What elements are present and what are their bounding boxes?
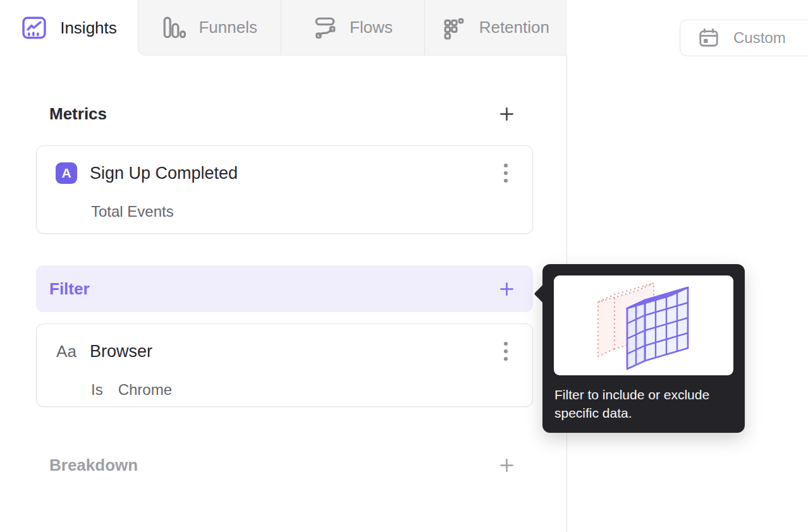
report-type-tabbar: Insights Funnels — [0, 0, 567, 56]
kebab-icon — [503, 341, 509, 362]
filter-card[interactable]: Aa Browser Is Chrome — [36, 323, 533, 407]
filter-property-name: Browser — [90, 342, 152, 361]
metric-card-menu-button[interactable] — [494, 162, 517, 184]
tab-retention[interactable]: Retention — [424, 0, 567, 55]
plus-icon — [498, 457, 515, 474]
metric-card-title-row: A Sign Up Completed — [37, 146, 532, 184]
funnels-bars-icon — [162, 16, 186, 40]
filter-condition-row: Is Chrome — [91, 381, 532, 399]
filter-card-title-row: Aa Browser — [37, 324, 532, 363]
metrics-title: Metrics — [49, 104, 107, 124]
tab-insights-label: Insights — [60, 18, 117, 38]
breakdown-title: Breakdown — [49, 456, 138, 475]
string-property-type-icon: Aa — [56, 342, 77, 361]
breakdown-section-header: Breakdown — [36, 452, 533, 478]
tab-funnels[interactable]: Funnels — [138, 0, 281, 55]
filter-operator[interactable]: Is — [91, 381, 103, 399]
filter-help-tooltip: Filter to include or exclude specific da… — [542, 264, 745, 433]
tab-funnels-label: Funnels — [199, 18, 257, 37]
tab-insights[interactable]: Insights — [0, 0, 138, 56]
metric-card[interactable]: A Sign Up Completed Total Events — [36, 145, 533, 234]
add-metric-button[interactable] — [495, 102, 518, 125]
retention-dots-icon — [443, 16, 467, 40]
series-badge: A — [56, 162, 77, 184]
metrics-section-header: Metrics — [36, 101, 533, 126]
filter-cube-illustration — [554, 275, 733, 375]
tooltip-caption: Filter to include or exclude specific da… — [554, 385, 723, 422]
tab-flows[interactable]: Flows — [281, 0, 424, 55]
insights-chart-icon — [21, 15, 47, 41]
filter-card-menu-button[interactable] — [494, 340, 517, 363]
add-filter-button[interactable] — [495, 277, 518, 300]
inactive-tabs-group: Funnels Flows — [138, 0, 567, 56]
add-breakdown-button[interactable] — [495, 454, 518, 476]
filter-title: Filter — [49, 279, 90, 299]
metric-aggregation-row: Total Events — [91, 203, 532, 221]
date-range-label: Custom — [733, 29, 786, 47]
tab-retention-label: Retention — [479, 18, 549, 37]
flows-stream-icon — [313, 16, 337, 40]
query-builder-panel: Insights Funnels — [0, 0, 567, 532]
tab-flows-label: Flows — [350, 18, 393, 37]
date-range-button[interactable]: Custom — [680, 20, 808, 56]
metric-event-name: Sign Up Completed — [90, 164, 238, 183]
kebab-icon — [503, 162, 509, 184]
filter-value[interactable]: Chrome — [118, 381, 172, 399]
insights-report-page: Insights Funnels — [0, 0, 808, 532]
builder-stack: Metrics A Sign Up Completed — [36, 101, 533, 478]
metric-aggregation[interactable]: Total Events — [91, 203, 174, 221]
filter-section-header: Filter — [36, 265, 533, 312]
calendar-icon — [698, 27, 719, 49]
plus-icon — [498, 106, 515, 123]
plus-icon — [498, 281, 515, 298]
